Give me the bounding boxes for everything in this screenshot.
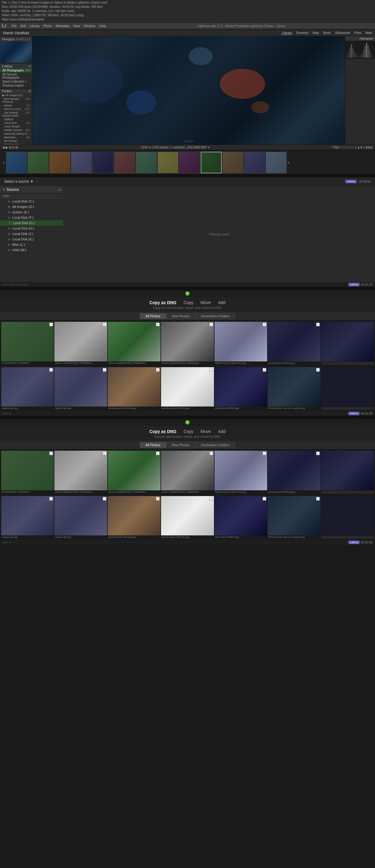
disk-system-e[interactable]: ▶ system (E:): [0, 209, 63, 215]
folder-lotus-nine[interactable]: Lotus Nine 94: [0, 121, 32, 125]
film-thumb-11[interactable]: [222, 152, 243, 173]
folder-pundara[interactable]: Pundara plus: [0, 143, 32, 145]
photo-checkbox-1-4[interactable]: [210, 323, 213, 326]
film-thumb-13[interactable]: [265, 152, 287, 173]
photo-cell-4-2[interactable]: support-girl.jpg: [54, 496, 107, 539]
photo-cell-1-6[interactable]: pexels-photo-50855.jpeg: [268, 322, 320, 365]
photo-cell-1-5[interactable]: Nistha Poses Latest-001.png: [215, 322, 267, 365]
tab-map[interactable]: Map: [313, 31, 319, 35]
menu-view[interactable]: View: [73, 24, 80, 28]
folders-header[interactable]: Folders ▾: [0, 89, 32, 93]
folder-best-banger[interactable]: Best-Banger-Photo-W... 229: [0, 97, 32, 104]
photo-checkbox-3-3[interactable]: [156, 452, 160, 455]
menu-help[interactable]: Help: [99, 24, 106, 28]
photo-checkbox-2-1[interactable]: [49, 368, 53, 372]
photo-cell-1-1[interactable]: 03104834685-7205e8607...: [1, 322, 54, 365]
film-thumb-4[interactable]: [71, 152, 92, 173]
folder-shruti[interactable]: Shruti & cover 19.5: [0, 107, 32, 111]
select-source-label[interactable]: Select a source ▼: [4, 179, 34, 184]
film-thumb-9[interactable]: [179, 152, 200, 173]
tab-web[interactable]: Web: [365, 31, 372, 35]
photo-cell-4-3[interactable]: pexels-photo-320184.jpeg: [108, 496, 160, 539]
photo-checkbox-1-3[interactable]: [156, 323, 160, 326]
menu-file[interactable]: File: [11, 24, 17, 28]
folder-mobile[interactable]: Mobile Camera 132: [0, 128, 32, 132]
photo-checkbox-1-5[interactable]: [262, 323, 266, 326]
tab-all-photos-2[interactable]: All Photos: [140, 442, 166, 448]
mode-copy-as-dng-2[interactable]: Copy as DNG: [149, 429, 176, 434]
photo-cell-1-7[interactable]: [321, 322, 374, 365]
photo-checkbox-4-1[interactable]: [49, 497, 53, 501]
mode-add-1[interactable]: Add: [218, 300, 226, 305]
catalog-item-all-photos[interactable]: All Photographs 686: [0, 68, 32, 72]
tab-slideshow[interactable]: Slideshow: [335, 31, 350, 35]
folder-jodhpur[interactable]: Jodhpur: [0, 118, 32, 121]
navigator-thumbnail[interactable]: [1, 41, 32, 62]
film-thumb-5[interactable]: [93, 152, 114, 173]
menu-window[interactable]: Window: [84, 24, 96, 28]
photo-checkbox-2-6[interactable]: [316, 368, 320, 372]
folder-my-portrait[interactable]: My Portrait: [0, 139, 32, 143]
photo-cell-2-4[interactable]: pexels-photo-206276.jpeg: [161, 367, 214, 410]
photo-checkbox-3-1[interactable]: [49, 452, 53, 455]
tab-new-photos-2[interactable]: New Photos: [166, 442, 195, 448]
photo-checkbox-3-4[interactable]: [210, 452, 213, 455]
photo-cell-2-1[interactable]: support-girl.jpg: [1, 367, 54, 410]
photo-checkbox-2-3[interactable]: [156, 368, 160, 372]
menu-library[interactable]: Library: [30, 24, 40, 28]
photo-cell-3-4[interactable]: photo-1464863979621-258859e62...: [161, 451, 214, 494]
photo-cell-1-4[interactable]: photo-1464863979621-258859e62...: [161, 322, 214, 365]
photo-cell-2-7[interactable]: [321, 367, 374, 410]
photo-cell-4-4[interactable]: pexels-photo-206276.jpeg: [161, 496, 214, 539]
folder-hawaii[interactable]: Hawaii 22: [0, 104, 32, 107]
photo-checkbox-2-2[interactable]: [103, 368, 106, 372]
folder-manissan[interactable]: Manissan 89: [0, 135, 32, 139]
catalog-item-synced[interactable]: All Synced Photographs: [0, 72, 32, 80]
photo-cell-1-2[interactable]: photo-1464863979621-258819e62...: [54, 322, 107, 365]
film-thumb-1[interactable]: [6, 152, 27, 173]
photo-checkbox-4-5[interactable]: [262, 497, 266, 501]
folder-jan[interactable]: Jan Photob-based Family 137: [0, 111, 32, 118]
tab-new-photos-1[interactable]: New Photos: [166, 313, 195, 319]
tab-destination-1[interactable]: Destination Folders: [195, 313, 235, 319]
photo-cell-2-2[interactable]: support-girl.jpg: [54, 367, 107, 410]
film-thumb-7[interactable]: [136, 152, 157, 173]
photo-cell-4-6[interactable]: Photo by Alex Iby on Unsplash.jpg: [268, 496, 320, 539]
disk-local-c[interactable]: ▶ Local Disk (C:): [0, 198, 63, 204]
tab-print[interactable]: Print: [354, 31, 361, 35]
film-thumb-10-active[interactable]: [201, 152, 222, 173]
disk-hhh-m[interactable]: ▶ HHH (M:): [0, 247, 63, 253]
photo-checkbox-2-4[interactable]: [210, 368, 213, 372]
film-thumb-2[interactable]: [28, 152, 49, 173]
disk-local-g[interactable]: ▼ Local Disk (G:): [0, 220, 63, 226]
photo-cell-4-5[interactable]: ariel-lustre-208615.jpg: [215, 496, 267, 539]
photo-cell-3-1[interactable]: 03104834685-7205e8607...: [1, 451, 54, 494]
photo-checkbox-4-6[interactable]: [316, 497, 320, 501]
mode-move-1[interactable]: Move: [201, 300, 211, 305]
catalog-item-previous[interactable]: Previous Import: [0, 84, 32, 87]
photo-cell-3-3[interactable]: photo-1464863979621-258859e62...: [108, 451, 160, 494]
photo-checkbox-1-1[interactable]: [49, 323, 53, 326]
disk-all-images-d[interactable]: ▶ All Images (D:): [0, 204, 63, 209]
photo-checkbox-2-5[interactable]: [262, 368, 266, 372]
mode-copy-2[interactable]: Copy: [184, 429, 193, 434]
tab-book[interactable]: Book: [323, 31, 331, 35]
tab-all-photos-1[interactable]: All Photos: [140, 313, 166, 319]
tab-destination-2[interactable]: Destination Folders: [195, 442, 235, 448]
photo-cell-1-3[interactable]: photo-1464863979621-258859e62...: [108, 322, 160, 365]
disk-local-h[interactable]: ▶ Local Disk (H:): [0, 226, 63, 231]
catalog-header[interactable]: Catalog ▾: [0, 64, 32, 68]
film-thumb-6[interactable]: [114, 152, 135, 173]
photo-checkbox-1-2[interactable]: [103, 323, 106, 326]
mode-move-2[interactable]: Move: [201, 429, 211, 434]
photo-cell-3-5[interactable]: Nistha Poses Latest-001.png: [215, 451, 267, 494]
disk-misc-l[interactable]: ▶ Misc (L:): [0, 242, 63, 247]
tab-develop[interactable]: Develop: [296, 31, 308, 35]
photo-cell-3-7[interactable]: [321, 451, 374, 494]
photo-checkbox-4-2[interactable]: [103, 497, 106, 501]
photo-cell-2-3[interactable]: pexels-photo-320184.jpeg: [108, 367, 160, 410]
photo-checkbox-3-5[interactable]: [262, 452, 266, 455]
folder-all-images[interactable]: ▶ All Images (D:): [0, 93, 32, 97]
photo-cell-3-2[interactable]: photo-1464863979621-258853e62...: [54, 451, 107, 494]
menu-photo[interactable]: Photo: [43, 24, 52, 28]
